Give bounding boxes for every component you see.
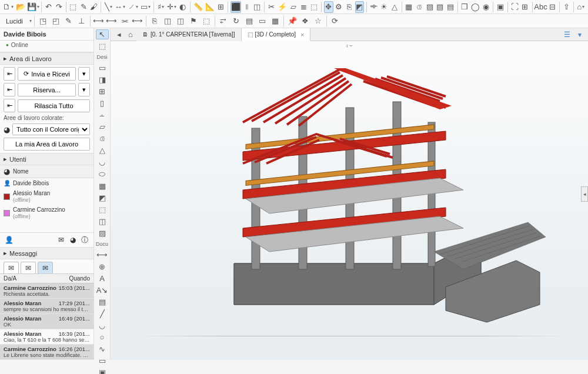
beam-tool[interactable]: ⫠: [96, 110, 109, 120]
viewport-tab[interactable]: 🗎 [0. 1° CARPENTERIA [Taverna]]: [136, 28, 242, 41]
cut-line-icon[interactable]: ╲▾: [103, 1, 113, 13]
circle-tool[interactable]: ○: [96, 332, 109, 342]
section-icon[interactable]: ▣: [496, 1, 505, 13]
guide-icon[interactable]: ⊞: [216, 1, 226, 13]
note-icon[interactable]: ⎘: [149, 15, 161, 27]
messages-panel-header[interactable]: ▸ Messaggi: [0, 247, 93, 259]
view3d-icon[interactable]: ⬛: [230, 1, 241, 13]
plane-icon[interactable]: ▱: [289, 1, 298, 13]
curtainwall-tool[interactable]: ▦: [96, 181, 109, 191]
send-dd-button[interactable]: ▾: [78, 67, 90, 81]
cube-icon[interactable]: ❒: [460, 1, 469, 13]
dim-align-icon[interactable]: ⟷: [132, 15, 143, 27]
fit-icon[interactable]: ⛶: [510, 1, 520, 13]
viewport-tab-active[interactable]: ⬚ [3D / Completo]×: [242, 28, 311, 41]
mesh-tool[interactable]: ▨: [96, 228, 109, 238]
prop-icon[interactable]: ⥂: [218, 15, 229, 27]
send-receive-button[interactable]: ⟳Invia e Ricevi: [18, 67, 76, 81]
refresh-icon[interactable]: ⟳: [329, 15, 341, 27]
layer-sheet-icon[interactable]: ◰: [50, 15, 62, 27]
message-item[interactable]: Carmine Carrozzino16:26 (201... Le Libre…: [0, 345, 93, 360]
my-area-button[interactable]: La mia Area di Lavoro: [4, 138, 90, 151]
reserve-left-button[interactable]: ⇤: [4, 83, 15, 96]
box-icon[interactable]: ▭▾: [140, 1, 151, 13]
modify-morph-icon[interactable]: ◩: [355, 1, 365, 13]
dim-chain-icon[interactable]: ⫘: [119, 15, 131, 27]
layer-ortho-icon[interactable]: ⊥: [76, 15, 88, 27]
save-icon[interactable]: 💾▾: [27, 1, 39, 13]
new-doc-icon[interactable]: 🗋▾: [2, 1, 14, 13]
marquee-tool[interactable]: ⬚: [96, 41, 109, 51]
cut-icon[interactable]: ✂: [267, 1, 276, 13]
stairs-icon[interactable]: ⟃: [415, 1, 424, 13]
msg-tab-sent[interactable]: ✉: [21, 262, 36, 273]
brush-icon[interactable]: 🖌: [89, 1, 99, 13]
sun-icon[interactable]: ☀: [380, 1, 389, 13]
message-item[interactable]: Alessio Maran16:39 (201... Ciao, la T 61…: [0, 329, 93, 345]
select-icon[interactable]: ⬚: [69, 1, 78, 13]
msg-tab-inbox[interactable]: ✉: [4, 262, 19, 273]
snap-icon[interactable]: ✛▾: [166, 1, 177, 13]
window-tool[interactable]: ⊞: [96, 86, 109, 96]
region-icon[interactable]: ⬚: [310, 1, 319, 13]
undo-icon[interactable]: ↶: [44, 1, 54, 13]
tag-icon[interactable]: ❖: [299, 15, 311, 27]
text-icon[interactable]: Abc: [535, 1, 547, 13]
modify-copy-icon[interactable]: ⎘: [345, 1, 354, 13]
swap-icon[interactable]: ↻: [230, 15, 242, 27]
roof-tool[interactable]: △: [96, 145, 109, 155]
viewport-menu-icon[interactable]: ☰: [561, 29, 573, 40]
wall-tool-icon[interactable]: ▦: [405, 1, 414, 13]
fill-icon[interactable]: ▤: [446, 1, 455, 13]
home-icon[interactable]: ⌂▾: [576, 1, 586, 13]
user-row[interactable]: Carmine Carrozzino(offline): [0, 205, 93, 221]
arc-tool[interactable]: ◡: [96, 320, 109, 330]
drawing-tool[interactable]: ▭: [96, 356, 109, 366]
message-item[interactable]: Carmine Carrozzino15:03 (201... Richiest…: [0, 283, 93, 299]
release-left-button[interactable]: ⇤: [4, 99, 15, 112]
object-icon[interactable]: ▭: [256, 15, 268, 27]
nav-back-icon[interactable]: ◂: [113, 29, 125, 41]
sheet-icon[interactable]: ▤: [243, 15, 255, 27]
message-item[interactable]: Alessio Maran17:29 (201... sempre su sca…: [0, 299, 93, 314]
arrow-tool[interactable]: ↖: [96, 29, 109, 39]
slab-tool[interactable]: ▱: [96, 122, 109, 132]
object-tool[interactable]: ⬚: [96, 205, 109, 215]
align-icon[interactable]: ⊞: [520, 1, 530, 13]
area-panel-header[interactable]: ▸ Area di Lavoro: [0, 52, 93, 65]
dim-v-icon[interactable]: ⟷: [106, 15, 118, 27]
beam-icon[interactable]: ⫴: [242, 1, 252, 13]
segment-icon[interactable]: ⟋▾: [127, 1, 139, 13]
viewport-scroll-handle[interactable]: ◂: [581, 186, 588, 202]
viewport-split-icon[interactable]: ⫞⫟: [345, 42, 354, 49]
cone-icon[interactable]: ◉: [482, 1, 491, 13]
mark2-icon[interactable]: ⬚: [201, 15, 212, 27]
measure-icon[interactable]: ↔▾: [114, 1, 126, 13]
flag-icon[interactable]: ⚑: [188, 15, 199, 27]
viewport-dd-icon[interactable]: ▾: [574, 29, 586, 40]
msg-tab-all[interactable]: ✉: [38, 262, 53, 273]
user-icon[interactable]: 👤: [4, 235, 14, 245]
mail-icon[interactable]: ✉: [56, 235, 66, 245]
label-tool[interactable]: A↘: [96, 285, 109, 295]
release-all-button[interactable]: Rilascia Tutto: [18, 99, 90, 112]
close-tab-icon[interactable]: ×: [300, 31, 304, 38]
modify-move-icon[interactable]: ✥: [324, 1, 333, 13]
upload-icon[interactable]: ⇧: [562, 1, 572, 13]
wall-tool[interactable]: ▭: [96, 63, 109, 73]
mark-icon[interactable]: ◫: [175, 15, 186, 27]
section-tool[interactable]: ▣: [96, 368, 109, 374]
colorwheel-icon[interactable]: ◕: [68, 235, 78, 245]
roof-icon[interactable]: △: [390, 1, 399, 13]
user-row[interactable]: Alessio Maran(offline): [0, 188, 93, 205]
ruler-icon[interactable]: 📏: [193, 1, 203, 13]
morph-tool[interactable]: ◩: [96, 193, 109, 203]
reserve-button[interactable]: Riserva...: [18, 84, 76, 96]
shell-tool[interactable]: ◡: [96, 157, 109, 167]
door-tool[interactable]: ◨: [96, 75, 109, 85]
layer-cube-icon[interactable]: ◳: [37, 15, 49, 27]
level-tool[interactable]: ⊕: [96, 262, 109, 272]
reserve-dd-button[interactable]: ▾: [78, 83, 90, 96]
line-tool[interactable]: ╱: [96, 309, 109, 319]
zone-tool[interactable]: ◫: [96, 216, 109, 226]
